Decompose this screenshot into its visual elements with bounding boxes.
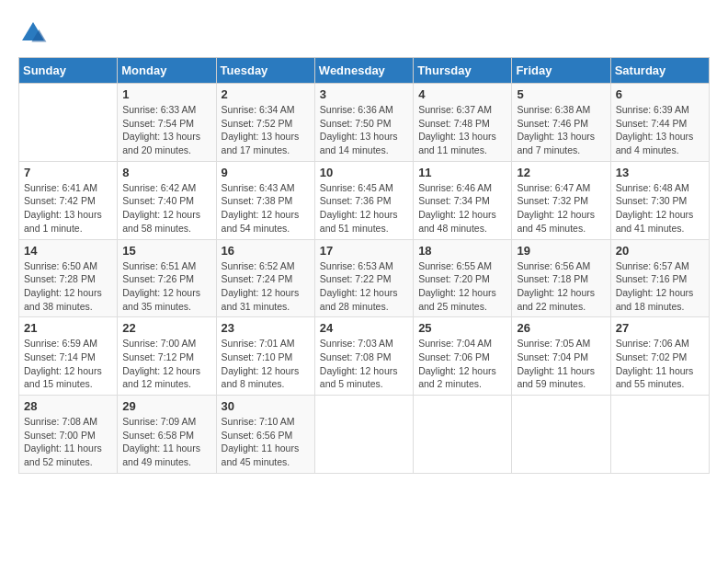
day-info: Sunrise: 7:08 AM Sunset: 7:00 PM Dayligh… xyxy=(24,415,112,469)
calendar-cell: 26Sunrise: 7:05 AM Sunset: 7:04 PM Dayli… xyxy=(512,317,610,396)
header-day: Thursday xyxy=(414,58,512,84)
day-number: 24 xyxy=(320,321,408,335)
calendar-cell xyxy=(610,396,709,474)
day-number: 9 xyxy=(222,166,310,179)
calendar-cell: 22Sunrise: 7:00 AM Sunset: 7:12 PM Dayli… xyxy=(118,317,216,396)
calendar-cell: 20Sunrise: 6:57 AM Sunset: 7:16 PM Dayli… xyxy=(610,239,709,317)
calendar-cell: 15Sunrise: 6:51 AM Sunset: 7:26 PM Dayli… xyxy=(118,239,216,317)
day-number: 30 xyxy=(222,399,310,413)
calendar-week: 28Sunrise: 7:08 AM Sunset: 7:00 PM Dayli… xyxy=(19,396,710,474)
page-header xyxy=(18,18,710,48)
calendar-cell: 24Sunrise: 7:03 AM Sunset: 7:08 PM Dayli… xyxy=(314,317,413,396)
header-day: Monday xyxy=(118,58,216,84)
day-info: Sunrise: 7:00 AM Sunset: 7:12 PM Dayligh… xyxy=(122,337,210,391)
calendar-cell: 29Sunrise: 7:09 AM Sunset: 6:58 PM Dayli… xyxy=(118,396,216,474)
day-info: Sunrise: 7:04 AM Sunset: 7:06 PM Dayligh… xyxy=(418,337,506,391)
day-info: Sunrise: 6:50 AM Sunset: 7:28 PM Dayligh… xyxy=(24,259,112,314)
calendar-cell: 4Sunrise: 6:37 AM Sunset: 7:48 PM Daylig… xyxy=(414,84,512,162)
calendar-table: SundayMondayTuesdayWednesdayThursdayFrid… xyxy=(18,57,710,474)
day-info: Sunrise: 6:36 AM Sunset: 7:50 PM Dayligh… xyxy=(320,103,408,157)
day-number: 25 xyxy=(418,321,506,335)
calendar-cell xyxy=(414,396,512,474)
day-info: Sunrise: 6:52 AM Sunset: 7:24 PM Dayligh… xyxy=(222,259,310,314)
calendar-cell: 1Sunrise: 6:33 AM Sunset: 7:54 PM Daylig… xyxy=(118,84,216,162)
day-info: Sunrise: 6:39 AM Sunset: 7:44 PM Dayligh… xyxy=(616,103,704,157)
day-number: 15 xyxy=(122,244,210,258)
day-number: 2 xyxy=(222,87,310,101)
calendar-cell: 13Sunrise: 6:48 AM Sunset: 7:30 PM Dayli… xyxy=(610,161,709,239)
day-info: Sunrise: 6:41 AM Sunset: 7:42 PM Dayligh… xyxy=(24,181,112,236)
calendar-cell: 11Sunrise: 6:46 AM Sunset: 7:34 PM Dayli… xyxy=(414,161,512,239)
calendar-cell: 10Sunrise: 6:45 AM Sunset: 7:36 PM Dayli… xyxy=(314,161,413,239)
calendar-cell: 7Sunrise: 6:41 AM Sunset: 7:42 PM Daylig… xyxy=(19,161,118,239)
day-info: Sunrise: 6:43 AM Sunset: 7:38 PM Dayligh… xyxy=(222,181,310,236)
calendar-cell: 9Sunrise: 6:43 AM Sunset: 7:38 PM Daylig… xyxy=(216,161,314,239)
day-number: 6 xyxy=(616,87,704,101)
day-info: Sunrise: 6:57 AM Sunset: 7:16 PM Dayligh… xyxy=(616,259,704,314)
day-number: 4 xyxy=(418,87,506,101)
calendar-cell: 19Sunrise: 6:56 AM Sunset: 7:18 PM Dayli… xyxy=(512,239,610,317)
day-number: 3 xyxy=(320,87,408,101)
header-day: Tuesday xyxy=(216,58,314,84)
logo xyxy=(18,18,51,48)
day-number: 17 xyxy=(320,244,408,258)
day-number: 11 xyxy=(418,166,506,179)
day-number: 28 xyxy=(24,399,112,413)
day-number: 16 xyxy=(222,244,310,258)
day-number: 8 xyxy=(122,166,210,179)
day-number: 26 xyxy=(517,321,605,335)
calendar-cell: 8Sunrise: 6:42 AM Sunset: 7:40 PM Daylig… xyxy=(118,161,216,239)
day-info: Sunrise: 6:56 AM Sunset: 7:18 PM Dayligh… xyxy=(517,259,605,314)
day-info: Sunrise: 6:48 AM Sunset: 7:30 PM Dayligh… xyxy=(616,181,704,236)
day-info: Sunrise: 7:09 AM Sunset: 6:58 PM Dayligh… xyxy=(122,415,210,469)
calendar-cell: 23Sunrise: 7:01 AM Sunset: 7:10 PM Dayli… xyxy=(216,317,314,396)
day-number: 14 xyxy=(24,244,112,258)
day-number: 7 xyxy=(24,166,112,179)
calendar-cell: 6Sunrise: 6:39 AM Sunset: 7:44 PM Daylig… xyxy=(610,84,709,162)
day-info: Sunrise: 7:03 AM Sunset: 7:08 PM Dayligh… xyxy=(320,337,408,391)
header-day: Friday xyxy=(512,58,610,84)
day-number: 22 xyxy=(122,321,210,335)
calendar-cell: 16Sunrise: 6:52 AM Sunset: 7:24 PM Dayli… xyxy=(216,239,314,317)
calendar-week: 21Sunrise: 6:59 AM Sunset: 7:14 PM Dayli… xyxy=(19,317,710,396)
calendar-cell: 5Sunrise: 6:38 AM Sunset: 7:46 PM Daylig… xyxy=(512,84,610,162)
day-info: Sunrise: 6:34 AM Sunset: 7:52 PM Dayligh… xyxy=(222,103,310,157)
calendar-week: 7Sunrise: 6:41 AM Sunset: 7:42 PM Daylig… xyxy=(19,161,710,239)
calendar-cell: 21Sunrise: 6:59 AM Sunset: 7:14 PM Dayli… xyxy=(19,317,118,396)
day-number: 20 xyxy=(616,244,704,258)
day-number: 19 xyxy=(517,244,605,258)
calendar-cell: 3Sunrise: 6:36 AM Sunset: 7:50 PM Daylig… xyxy=(314,84,413,162)
day-info: Sunrise: 6:46 AM Sunset: 7:34 PM Dayligh… xyxy=(418,181,506,236)
day-number: 10 xyxy=(320,166,408,179)
day-number: 23 xyxy=(222,321,310,335)
day-info: Sunrise: 6:37 AM Sunset: 7:48 PM Dayligh… xyxy=(418,103,506,157)
calendar-cell: 30Sunrise: 7:10 AM Sunset: 6:56 PM Dayli… xyxy=(216,396,314,474)
day-info: Sunrise: 6:38 AM Sunset: 7:46 PM Dayligh… xyxy=(517,103,605,157)
day-info: Sunrise: 6:47 AM Sunset: 7:32 PM Dayligh… xyxy=(517,181,605,236)
calendar-week: 1Sunrise: 6:33 AM Sunset: 7:54 PM Daylig… xyxy=(19,84,710,162)
day-info: Sunrise: 6:55 AM Sunset: 7:20 PM Dayligh… xyxy=(418,259,506,314)
day-number: 13 xyxy=(616,166,704,179)
day-info: Sunrise: 6:33 AM Sunset: 7:54 PM Dayligh… xyxy=(122,103,210,157)
day-number: 1 xyxy=(122,87,210,101)
day-info: Sunrise: 7:10 AM Sunset: 6:56 PM Dayligh… xyxy=(222,415,310,469)
calendar-cell: 14Sunrise: 6:50 AM Sunset: 7:28 PM Dayli… xyxy=(19,239,118,317)
calendar-cell: 18Sunrise: 6:55 AM Sunset: 7:20 PM Dayli… xyxy=(414,239,512,317)
day-info: Sunrise: 6:42 AM Sunset: 7:40 PM Dayligh… xyxy=(122,181,210,236)
day-info: Sunrise: 6:51 AM Sunset: 7:26 PM Dayligh… xyxy=(122,259,210,314)
calendar-cell xyxy=(19,84,118,162)
logo-icon xyxy=(18,18,48,48)
day-info: Sunrise: 6:59 AM Sunset: 7:14 PM Dayligh… xyxy=(24,337,112,391)
calendar-cell: 17Sunrise: 6:53 AM Sunset: 7:22 PM Dayli… xyxy=(314,239,413,317)
day-number: 29 xyxy=(122,399,210,413)
calendar-cell: 28Sunrise: 7:08 AM Sunset: 7:00 PM Dayli… xyxy=(19,396,118,474)
day-number: 27 xyxy=(616,321,704,335)
header-day: Wednesday xyxy=(314,58,413,84)
header-row: SundayMondayTuesdayWednesdayThursdayFrid… xyxy=(19,58,710,84)
calendar-week: 14Sunrise: 6:50 AM Sunset: 7:28 PM Dayli… xyxy=(19,239,710,317)
calendar-cell: 25Sunrise: 7:04 AM Sunset: 7:06 PM Dayli… xyxy=(414,317,512,396)
day-number: 18 xyxy=(418,244,506,258)
day-number: 12 xyxy=(517,166,605,179)
calendar-cell: 12Sunrise: 6:47 AM Sunset: 7:32 PM Dayli… xyxy=(512,161,610,239)
day-info: Sunrise: 6:53 AM Sunset: 7:22 PM Dayligh… xyxy=(320,259,408,314)
